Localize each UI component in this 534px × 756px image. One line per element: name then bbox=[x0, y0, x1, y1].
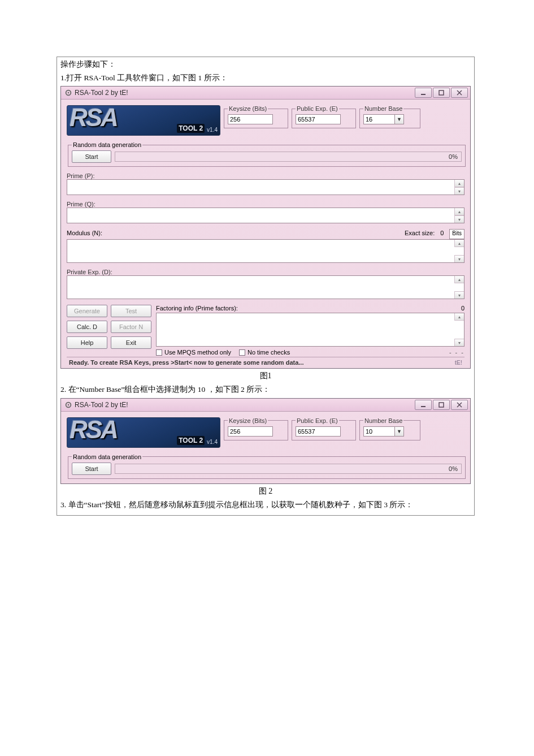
intro-text: 操作步骤如下： bbox=[60, 58, 471, 71]
numberbase-group: Number Base ▼ bbox=[359, 417, 420, 440]
scroll-up-icon[interactable]: ▴ bbox=[454, 208, 464, 215]
factor-n-button[interactable]: Factor N bbox=[111, 321, 151, 333]
dropdown-icon[interactable]: ▼ bbox=[395, 426, 404, 437]
random-data-legend: Random data generation bbox=[72, 141, 142, 148]
help-button[interactable]: Help bbox=[67, 336, 107, 349]
modulus-label: Modulus (N): bbox=[67, 230, 399, 236]
keysize-input[interactable] bbox=[228, 114, 273, 124]
status-bar: Ready. To create RSA Keys, press >Start<… bbox=[67, 357, 464, 366]
start-button[interactable]: Start bbox=[72, 150, 111, 163]
generate-button[interactable]: Generate bbox=[67, 305, 107, 317]
publicexp-input[interactable] bbox=[296, 114, 341, 124]
publicexp-input[interactable] bbox=[296, 426, 341, 437]
exact-size-value: 0 bbox=[440, 230, 444, 236]
private-exp-field[interactable]: ▴ ▾ bbox=[67, 275, 464, 299]
maximize-button[interactable] bbox=[433, 400, 450, 410]
minimize-button[interactable] bbox=[415, 400, 432, 410]
close-button[interactable] bbox=[451, 88, 468, 98]
progress-text: 0% bbox=[449, 153, 458, 160]
keysize-input[interactable] bbox=[228, 426, 273, 437]
scroll-up-icon[interactable]: ▴ bbox=[454, 240, 464, 247]
svg-rect-2 bbox=[421, 94, 426, 95]
scroll-down-icon[interactable]: ▾ bbox=[454, 291, 464, 299]
prime-p-field[interactable]: ▴ ▾ bbox=[67, 179, 464, 195]
rsa-tool-window-2: RSA-Tool 2 by tE! RSA bbox=[60, 398, 471, 484]
rsa-tool-logo: RSA TOOL 2 v1.4 bbox=[67, 417, 220, 448]
minimize-button[interactable] bbox=[415, 88, 432, 98]
progress-text: 0% bbox=[449, 465, 458, 472]
scroll-up-icon[interactable]: ▴ bbox=[454, 313, 464, 321]
factoring-count: 0 bbox=[451, 305, 464, 312]
scroll-down-icon[interactable]: ▾ bbox=[454, 255, 464, 262]
step2-text: 2. 在“Number Base”组合框中选择进制为 10 ，如下图 2 所示： bbox=[60, 383, 471, 396]
numberbase-legend: Number Base bbox=[363, 417, 403, 424]
scroll-down-icon[interactable]: ▾ bbox=[454, 215, 464, 223]
publicexp-legend: Public Exp. (E) bbox=[296, 105, 339, 112]
keysize-group: Keysize (Bits) bbox=[224, 105, 288, 128]
mpqs-checkbox[interactable]: Use MPQS method only bbox=[156, 349, 231, 356]
random-data-group: Random data generation Start 0% bbox=[68, 141, 466, 167]
gear-icon bbox=[64, 89, 72, 97]
scroll-up-icon[interactable]: ▴ bbox=[454, 276, 464, 283]
window-title: RSA-Tool 2 by tE! bbox=[75, 89, 411, 97]
start-button[interactable]: Start bbox=[72, 463, 111, 475]
publicexp-legend: Public Exp. (E) bbox=[296, 417, 339, 424]
keysize-legend: Keysize (Bits) bbox=[228, 417, 268, 424]
no-time-label: No time checks bbox=[248, 349, 290, 356]
titlebar: RSA-Tool 2 by tE! bbox=[61, 399, 470, 412]
modulus-field[interactable]: ▴ ▾ bbox=[67, 239, 464, 263]
scroll-down-icon[interactable]: ▾ bbox=[454, 339, 464, 346]
prime-q-label: Prime (Q): bbox=[67, 201, 464, 208]
random-data-legend: Random data generation bbox=[72, 453, 142, 460]
keysize-legend: Keysize (Bits) bbox=[228, 105, 268, 112]
dropdown-icon[interactable]: ▼ bbox=[395, 114, 404, 124]
calc-d-button[interactable]: Calc. D bbox=[67, 321, 107, 333]
figure1-caption: 图1 bbox=[60, 371, 471, 381]
document-frame: 操作步骤如下： 1.打开 RSA-Tool 工具软件窗口，如下图 1 所示： R… bbox=[57, 57, 475, 516]
step3-text: 3. 单击“Start”按钮，然后随意移动鼠标直到提示信息框出现，以获取一个随机… bbox=[60, 499, 471, 511]
exact-size-label: Exact size: bbox=[405, 230, 435, 236]
numberbase-group: Number Base ▼ bbox=[359, 105, 420, 128]
figure2-caption: 图 2 bbox=[60, 486, 471, 496]
svg-point-5 bbox=[68, 404, 70, 405]
publicexp-group: Public Exp. (E) bbox=[292, 417, 356, 440]
window-title: RSA-Tool 2 by tE! bbox=[75, 401, 411, 409]
status-dots: - - - bbox=[449, 349, 464, 356]
rsa-tool-logo: RSA TOOL 2 v1.4 bbox=[67, 105, 220, 136]
svg-rect-6 bbox=[421, 406, 426, 407]
svg-rect-7 bbox=[439, 403, 444, 407]
svg-point-1 bbox=[68, 92, 70, 94]
scroll-down-icon[interactable]: ▾ bbox=[454, 187, 464, 195]
scroll-up-icon[interactable]: ▴ bbox=[454, 180, 464, 187]
publicexp-group: Public Exp. (E) bbox=[292, 105, 356, 128]
random-data-group: Random data generation Start 0% bbox=[68, 453, 466, 479]
gear-icon bbox=[64, 401, 72, 409]
keysize-group: Keysize (Bits) bbox=[224, 417, 288, 440]
progress-bar: 0% bbox=[115, 152, 462, 162]
status-text: Ready. To create RSA Keys, press >Start<… bbox=[69, 359, 304, 366]
action-buttons: Generate Test Calc. D Factor N Help Exit bbox=[67, 305, 151, 349]
close-button[interactable] bbox=[451, 400, 468, 410]
rsa-tool-window-1: RSA-Tool 2 by tE! RSA bbox=[60, 86, 471, 369]
prime-q-field[interactable]: ▴ ▾ bbox=[67, 208, 464, 223]
numberbase-input[interactable] bbox=[363, 114, 395, 124]
maximize-button[interactable] bbox=[433, 88, 450, 98]
prime-p-label: Prime (P): bbox=[67, 172, 464, 179]
resize-grip-icon: tE! bbox=[455, 360, 462, 366]
mpqs-label: Use MPQS method only bbox=[164, 349, 231, 356]
private-exp-label: Private Exp. (D): bbox=[67, 269, 464, 275]
svg-rect-3 bbox=[439, 90, 444, 95]
bits-unit: Bits bbox=[449, 229, 464, 239]
exit-button[interactable]: Exit bbox=[111, 336, 151, 349]
numberbase-input[interactable] bbox=[363, 426, 395, 437]
numberbase-legend: Number Base bbox=[363, 105, 403, 112]
no-time-checkbox[interactable]: No time checks bbox=[239, 349, 290, 356]
factoring-info-label: Factoring info (Prime factors): bbox=[156, 305, 451, 312]
titlebar: RSA-Tool 2 by tE! bbox=[61, 87, 470, 100]
test-button[interactable]: Test bbox=[111, 305, 151, 317]
step1-text: 1.打开 RSA-Tool 工具软件窗口，如下图 1 所示： bbox=[60, 72, 471, 84]
progress-bar: 0% bbox=[115, 464, 462, 474]
factoring-info-field[interactable]: ▴ ▾ bbox=[156, 313, 464, 347]
